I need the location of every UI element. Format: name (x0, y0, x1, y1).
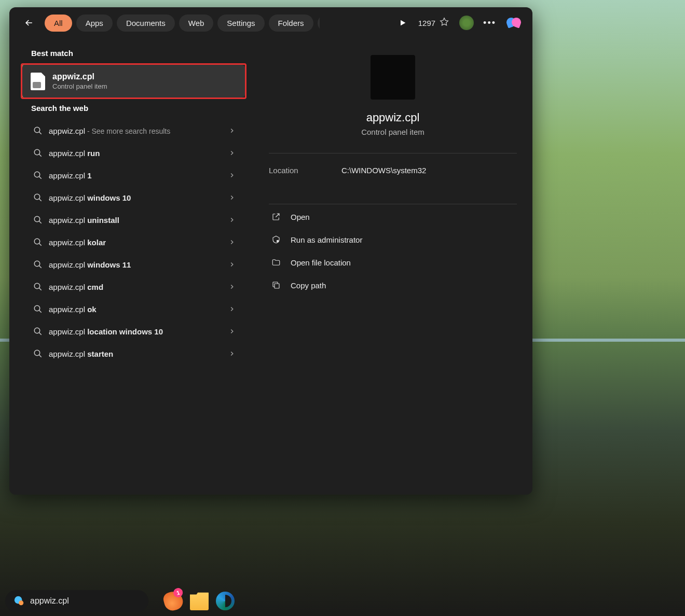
location-label: Location (269, 166, 341, 175)
open-location-icon (271, 257, 281, 268)
web-result-item[interactable]: appwiz.cpl ok (9, 298, 249, 320)
svg-point-6 (34, 261, 40, 267)
search-icon (33, 282, 44, 292)
chevron-right-icon (228, 283, 237, 291)
play-icon[interactable] (396, 17, 409, 29)
chevron-right-icon (228, 127, 237, 135)
web-result-item[interactable]: appwiz.cpl cmd (9, 276, 249, 298)
web-result-text: appwiz.cpl 1 (49, 171, 221, 180)
file-explorer-icon[interactable] (190, 592, 209, 610)
search-icon (33, 260, 44, 270)
results-pane: Best match appwiz.cpl Control panel item… (9, 37, 253, 495)
tab-apps[interactable]: Apps (76, 15, 113, 32)
svg-point-0 (34, 127, 40, 133)
user-avatar[interactable] (459, 16, 474, 30)
search-icon (33, 148, 44, 159)
best-match-title: appwiz.cpl (52, 72, 107, 81)
back-button[interactable] (20, 13, 38, 32)
taskbar-app-icon[interactable]: 1 (162, 590, 185, 612)
search-icon (33, 237, 44, 248)
tab-all[interactable]: All (45, 15, 72, 32)
web-result-text: appwiz.cpl windows 10 (49, 193, 221, 202)
svg-point-11 (277, 240, 279, 243)
action-label: Open (291, 213, 310, 221)
notification-badge: 1 (172, 587, 184, 598)
svg-point-7 (34, 283, 40, 289)
web-result-item[interactable]: appwiz.cpl run (9, 142, 249, 164)
web-result-text: appwiz.cpl kolar (49, 238, 221, 247)
svg-point-10 (34, 350, 40, 356)
tab-more[interactable]: P (318, 15, 320, 32)
search-header: All Apps Documents Web Settings Folders … (9, 7, 532, 37)
best-match-heading: Best match (9, 43, 249, 65)
chevron-right-icon (228, 328, 237, 336)
web-result-text: appwiz.cpl starten (49, 349, 221, 358)
web-result-text: appwiz.cpl ok (49, 305, 221, 314)
tab-web[interactable]: Web (179, 15, 214, 32)
open-icon (271, 212, 281, 222)
web-result-item[interactable]: appwiz.cpl - See more search results (9, 120, 249, 142)
search-icon (13, 595, 25, 607)
svg-point-4 (34, 216, 40, 222)
rewards-icon (439, 17, 450, 29)
svg-point-5 (34, 239, 40, 244)
svg-point-8 (34, 305, 40, 311)
chevron-right-icon (228, 194, 237, 202)
more-options-button[interactable]: ••• (483, 18, 496, 29)
search-window: All Apps Documents Web Settings Folders … (9, 7, 532, 495)
chevron-right-icon (228, 350, 237, 358)
chevron-right-icon (228, 149, 237, 158)
web-result-text: appwiz.cpl cmd (49, 283, 221, 291)
tab-folders[interactable]: Folders (269, 15, 313, 32)
search-icon (33, 126, 44, 136)
preview-subtitle: Control panel item (361, 128, 424, 136)
taskbar-search-box[interactable] (5, 590, 148, 612)
svg-rect-12 (275, 284, 279, 288)
location-row: Location C:\WINDOWS\system32 (269, 153, 517, 187)
chevron-right-icon (228, 239, 237, 247)
web-result-text: appwiz.cpl location windows 10 (49, 327, 221, 336)
preview-pane: appwiz.cpl Control panel item Location C… (253, 37, 532, 495)
web-result-text: appwiz.cpl uninstall (49, 216, 221, 225)
action-copy-path[interactable]: Copy path (269, 275, 517, 296)
chevron-right-icon (228, 216, 237, 225)
svg-point-9 (34, 328, 40, 333)
taskbar-search-input[interactable] (30, 596, 140, 606)
preview-app-icon (371, 55, 415, 100)
web-result-item[interactable]: appwiz.cpl windows 10 (9, 187, 249, 209)
action-run-admin[interactable]: Run as administrator (269, 229, 517, 250)
web-result-item[interactable]: appwiz.cpl location windows 10 (9, 320, 249, 343)
edge-browser-icon[interactable] (216, 592, 235, 610)
web-result-item[interactable]: appwiz.cpl windows 11 (9, 254, 249, 276)
chevron-right-icon (228, 261, 237, 269)
copilot-icon[interactable] (505, 15, 522, 31)
best-match-result[interactable]: appwiz.cpl Control panel item (21, 65, 245, 97)
chevron-right-icon (228, 305, 237, 314)
tab-settings[interactable]: Settings (217, 15, 264, 32)
web-result-item[interactable]: appwiz.cpl starten (9, 343, 249, 365)
svg-point-1 (34, 149, 40, 155)
web-result-text: appwiz.cpl windows 11 (49, 260, 221, 269)
chevron-right-icon (228, 172, 237, 180)
search-icon (33, 215, 44, 226)
action-open[interactable]: Open (269, 206, 517, 227)
search-icon (33, 349, 44, 359)
svg-point-2 (34, 172, 40, 177)
rewards-points[interactable]: 1297 (418, 17, 450, 29)
web-result-item[interactable]: appwiz.cpl 1 (9, 164, 249, 187)
best-match-subtitle: Control panel item (52, 82, 107, 90)
search-icon (33, 171, 44, 181)
filter-tabs: All Apps Documents Web Settings Folders … (45, 15, 320, 32)
svg-point-14 (19, 600, 23, 605)
tab-documents[interactable]: Documents (117, 15, 175, 32)
action-open-location[interactable]: Open file location (269, 252, 517, 273)
action-label: Run as administrator (291, 235, 362, 244)
web-result-item[interactable]: appwiz.cpl kolar (9, 231, 249, 254)
web-result-text: appwiz.cpl run (49, 149, 221, 158)
web-result-text: appwiz.cpl - See more search results (49, 127, 221, 135)
preview-title: appwiz.cpl (366, 111, 420, 124)
action-label: Copy path (291, 281, 326, 290)
control-panel-item-icon (31, 73, 45, 90)
search-web-heading: Search the web (9, 97, 249, 120)
web-result-item[interactable]: appwiz.cpl uninstall (9, 209, 249, 231)
